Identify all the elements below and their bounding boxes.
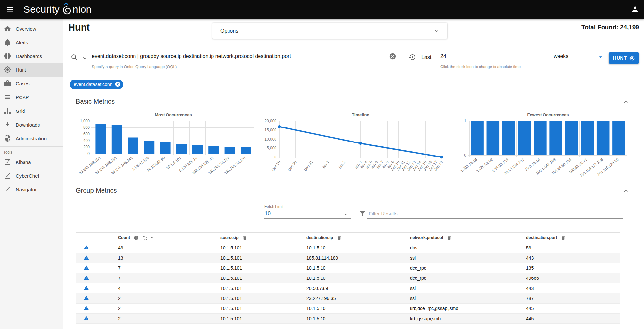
- row-warning-cell: [76, 273, 105, 283]
- basic-metrics-collapse-icon[interactable]: [622, 98, 629, 105]
- duration-unit-select[interactable]: weeks: [553, 52, 605, 62]
- fetch-limit-label: Fetch Limit: [264, 204, 284, 209]
- table-cell: 10.1.5.101: [207, 283, 293, 293]
- warning-triangle-icon[interactable]: [84, 245, 89, 250]
- account-button[interactable]: [631, 5, 639, 15]
- data-point[interactable]: [359, 142, 362, 145]
- sidebar-item-cyberchef[interactable]: CyberChef: [0, 169, 63, 183]
- sidebar-item-pcap[interactable]: PCAP: [0, 90, 63, 104]
- hamburger-menu-button[interactable]: [5, 4, 15, 15]
- row-warning-cell: [76, 243, 105, 253]
- group-metrics-title: Group Metrics: [76, 187, 117, 194]
- warning-triangle-icon[interactable]: [84, 305, 89, 311]
- table-row[interactable]: 210.1.5.10110.1.5.10krb,gssapi,smb445: [76, 314, 620, 324]
- sidebar-item-dashboards[interactable]: Dashboards: [0, 49, 63, 63]
- bar-segment[interactable]: [192, 145, 203, 154]
- sidebar-item-kibana[interactable]: Kibana: [0, 155, 63, 169]
- options-panel[interactable]: Options: [212, 23, 447, 39]
- sankey-chart-icon[interactable]: [143, 235, 148, 240]
- bar-segment[interactable]: [534, 121, 547, 155]
- svg-text:1,000: 1,000: [80, 119, 90, 123]
- table-row[interactable]: 410.1.5.10120.50.73.9ssl443: [76, 283, 620, 293]
- filter-chip-label: event.dataset:conn: [74, 82, 112, 87]
- fetch-limit-select[interactable]: 10: [264, 210, 351, 219]
- query-clear-icon[interactable]: [389, 53, 396, 60]
- trash-icon[interactable]: [337, 235, 342, 240]
- bar-segment[interactable]: [612, 121, 625, 155]
- column-header-source-ip[interactable]: source.ip: [207, 233, 293, 243]
- sidebar-item-administration[interactable]: Administration: [0, 131, 63, 145]
- briefcase-icon: [4, 80, 11, 87]
- table-cell: 10.1.5.101: [207, 253, 293, 263]
- warning-triangle-icon[interactable]: [84, 295, 89, 301]
- bar-segment[interactable]: [502, 121, 515, 155]
- hunt-button[interactable]: HUNT: [609, 52, 639, 64]
- sidebar-item-cases[interactable]: Cases: [0, 77, 63, 90]
- bar-segment[interactable]: [112, 125, 122, 154]
- bar-segment[interactable]: [241, 147, 251, 154]
- table-row[interactable]: 1310.1.5.101185.81.114.189ssl443: [76, 253, 620, 263]
- table-row[interactable]: 4310.1.5.10110.1.5.10dns53: [76, 243, 620, 253]
- select-caret-icon: [342, 211, 349, 217]
- query-chevron-down-icon[interactable]: [82, 55, 88, 61]
- svg-text:15,000: 15,000: [264, 128, 276, 132]
- trash-icon[interactable]: [561, 235, 566, 240]
- table-cell: 185.81.114.189: [293, 253, 397, 263]
- sidebar-item-grid[interactable]: Grid: [0, 104, 63, 118]
- bar-segment[interactable]: [144, 141, 155, 154]
- bar-segment[interactable]: [128, 138, 138, 154]
- column-header-network-protocol[interactable]: network.protocol: [397, 233, 513, 243]
- table-row[interactable]: 710.1.5.10110.1.5.10dce_rpc135: [76, 263, 620, 273]
- sidebar-item-alerts[interactable]: Alerts: [0, 36, 63, 49]
- table-row[interactable]: 210.1.5.10123.227.196.35ssl787: [76, 293, 620, 304]
- pie-chart-icon[interactable]: [134, 235, 139, 240]
- bar-segment[interactable]: [565, 121, 578, 155]
- bar-segment[interactable]: [95, 124, 106, 154]
- bar-segment[interactable]: [597, 121, 610, 155]
- table-row[interactable]: 710.1.5.10110.1.5.10dce_rpc49666: [76, 273, 620, 283]
- chart-fewest-occurrences: Fewest Occurrences011.203.16.181.226.62.…: [451, 112, 636, 192]
- sidebar-item-downloads[interactable]: Downloads: [0, 118, 63, 131]
- bar-segment[interactable]: [471, 121, 484, 155]
- group-metrics-collapse-icon[interactable]: [622, 187, 629, 194]
- warning-triangle-icon[interactable]: [84, 265, 89, 270]
- sidebar-item-navigator[interactable]: Navigator: [0, 183, 63, 196]
- bar-segment[interactable]: [518, 121, 531, 155]
- bar-segment[interactable]: [160, 142, 171, 154]
- duration-input[interactable]: [440, 52, 538, 61]
- chip-close-icon[interactable]: [115, 81, 121, 87]
- trash-icon[interactable]: [447, 235, 452, 240]
- filter-chip[interactable]: event.dataset:conn: [70, 80, 123, 89]
- trash-icon[interactable]: [243, 235, 247, 240]
- caret-down-icon[interactable]: [149, 235, 154, 240]
- bar-segment[interactable]: [549, 121, 562, 155]
- column-header-destination-port[interactable]: destination.port: [513, 233, 620, 243]
- column-header-count[interactable]: Count: [105, 233, 207, 243]
- data-point[interactable]: [278, 125, 281, 128]
- bar-segment[interactable]: [208, 146, 219, 154]
- warning-triangle-icon[interactable]: [84, 315, 89, 321]
- warning-triangle-icon[interactable]: [84, 285, 89, 291]
- sidebar-item-label: Alerts: [16, 40, 28, 45]
- bar-segment[interactable]: [225, 147, 235, 154]
- bar-segment[interactable]: [581, 121, 594, 155]
- table-cell: 23.227.196.35: [293, 293, 397, 304]
- query-input[interactable]: [89, 52, 383, 61]
- warning-triangle-icon[interactable]: [84, 275, 89, 280]
- bar-segment[interactable]: [487, 121, 500, 155]
- sidebar-item-label: PCAP: [16, 95, 29, 100]
- svg-text:0: 0: [87, 151, 90, 156]
- filter-results-input[interactable]: [367, 209, 609, 218]
- sidebar-item-overview[interactable]: Overview: [0, 22, 63, 36]
- sidebar-item-hunt[interactable]: Hunt: [0, 63, 63, 77]
- warning-triangle-icon[interactable]: [84, 255, 89, 260]
- table-row[interactable]: 210.1.5.10110.1.5.10krb,dce_rpc,gssapi,s…: [76, 304, 620, 314]
- sidebar-item-label: Administration: [16, 136, 47, 141]
- shield-icon: [4, 134, 11, 142]
- column-header-destination-ip[interactable]: destination.ip: [293, 233, 397, 243]
- table-cell: 7: [105, 273, 207, 283]
- bar-segment[interactable]: [176, 144, 187, 154]
- table-cell: 10.1.5.101: [207, 263, 293, 273]
- history-clock-icon[interactable]: [408, 53, 416, 61]
- data-point[interactable]: [440, 156, 443, 158]
